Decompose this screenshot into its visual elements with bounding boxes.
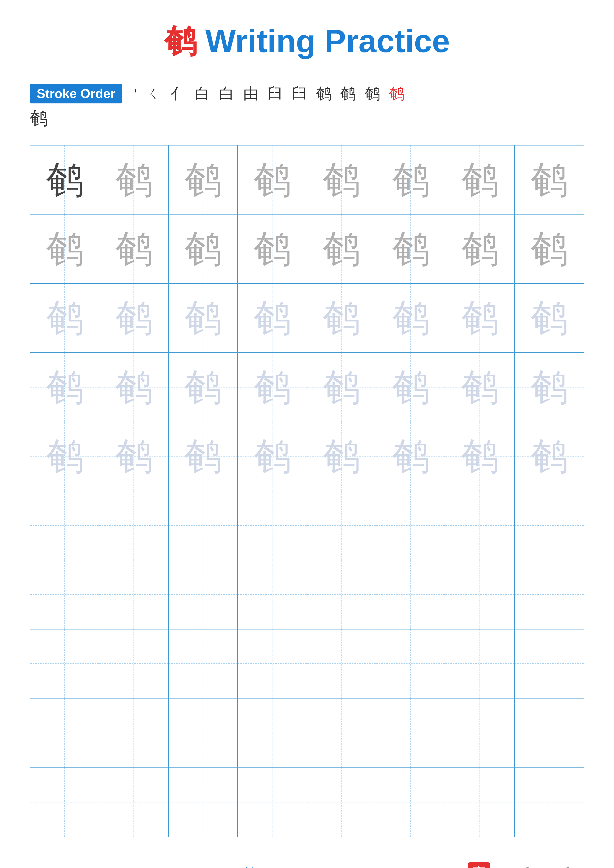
grid-cell[interactable] <box>307 491 376 560</box>
grid-cell[interactable] <box>445 629 515 699</box>
grid-cell[interactable] <box>307 629 376 699</box>
grid-row-9 <box>30 699 584 767</box>
grid-row-1: 鹌 鹌 鹌 鹌 鹌 鹌 鹌 鹌 <box>30 146 584 214</box>
grid-cell[interactable] <box>307 699 376 767</box>
practice-char: 鹌 <box>392 230 429 268</box>
stroke-step-6: 由 <box>243 83 259 104</box>
grid-row-5: 鹌 鹌 鹌 鹌 鹌 鹌 鹌 鹌 <box>30 422 584 491</box>
grid-cell[interactable] <box>445 491 515 560</box>
grid-cell[interactable]: 鹌 <box>445 214 515 284</box>
practice-char: 鹌 <box>461 438 498 475</box>
grid-cell[interactable] <box>307 767 376 837</box>
grid-cell[interactable]: 鹌 <box>99 214 168 284</box>
grid-cell[interactable]: 鹌 <box>445 284 515 353</box>
grid-cell[interactable]: 鹌 <box>238 284 307 353</box>
grid-cell[interactable]: 鹌 <box>30 146 99 214</box>
grid-cell[interactable] <box>376 491 445 560</box>
grid-cell[interactable] <box>376 629 445 699</box>
stroke-step-2: ㄑ <box>146 83 162 104</box>
grid-cell[interactable] <box>99 699 168 767</box>
grid-cell[interactable] <box>376 767 445 837</box>
grid-cell[interactable] <box>99 767 168 837</box>
grid-cell[interactable]: 鹌 <box>307 214 376 284</box>
grid-cell[interactable]: 鹌 <box>30 214 99 284</box>
grid-cell[interactable]: 鹌 <box>169 284 238 353</box>
grid-cell[interactable] <box>515 560 584 629</box>
grid-cell[interactable] <box>515 629 584 699</box>
grid-cell[interactable]: 鹌 <box>99 422 168 491</box>
grid-cell[interactable]: 鹌 <box>169 422 238 491</box>
grid-cell[interactable] <box>169 767 238 837</box>
grid-cell[interactable] <box>515 491 584 560</box>
grid-row-6 <box>30 491 584 560</box>
grid-cell[interactable] <box>30 491 99 560</box>
grid-cell[interactable]: 鹌 <box>169 214 238 284</box>
stroke-final-char: 鹌 <box>30 106 48 130</box>
grid-cell[interactable] <box>376 560 445 629</box>
grid-cell[interactable] <box>30 699 99 767</box>
grid-cell[interactable]: 鹌 <box>376 146 445 214</box>
stroke-step-1: ' <box>134 85 137 102</box>
grid-cell[interactable]: 鹌 <box>30 353 99 422</box>
practice-char: 鹌 <box>184 369 221 406</box>
grid-cell[interactable] <box>169 699 238 767</box>
grid-cell[interactable]: 鹌 <box>30 422 99 491</box>
grid-cell[interactable]: 鹌 <box>30 284 99 353</box>
stroke-step-7: 臼 <box>267 83 283 104</box>
grid-cell[interactable] <box>376 699 445 767</box>
grid-cell[interactable]: 鹌 <box>445 353 515 422</box>
grid-cell[interactable] <box>238 699 307 767</box>
grid-cell[interactable] <box>515 699 584 767</box>
grid-cell[interactable]: 鹌 <box>238 353 307 422</box>
practice-char: 鹌 <box>461 230 498 268</box>
stroke-step-9: 鹌 <box>316 83 331 104</box>
grid-cell[interactable]: 鹌 <box>515 284 584 353</box>
practice-char: 鹌 <box>46 369 83 406</box>
grid-cell[interactable]: 鹌 <box>238 214 307 284</box>
grid-cell[interactable]: 鹌 <box>307 284 376 353</box>
grid-cell[interactable]: 鹌 <box>99 353 168 422</box>
grid-cell[interactable]: 鹌 <box>515 214 584 284</box>
grid-cell[interactable]: 鹌 <box>515 422 584 491</box>
grid-cell[interactable]: 鹌 <box>238 146 307 214</box>
grid-cell[interactable]: 鹌 <box>445 422 515 491</box>
grid-cell[interactable]: 鹌 <box>169 146 238 214</box>
grid-cell[interactable]: 鹌 <box>376 284 445 353</box>
grid-cell[interactable] <box>99 491 168 560</box>
grid-cell[interactable] <box>238 629 307 699</box>
grid-cell[interactable]: 鹌 <box>376 422 445 491</box>
practice-char: 鹌 <box>323 299 360 336</box>
grid-cell[interactable]: 鹌 <box>307 422 376 491</box>
grid-cell[interactable] <box>169 560 238 629</box>
grid-cell[interactable] <box>238 491 307 560</box>
grid-cell[interactable] <box>99 560 168 629</box>
grid-cell[interactable] <box>445 767 515 837</box>
grid-cell[interactable]: 鹌 <box>307 353 376 422</box>
grid-cell[interactable]: 鹌 <box>99 146 168 214</box>
grid-cell[interactable] <box>238 767 307 837</box>
grid-cell[interactable]: 鹌 <box>376 214 445 284</box>
practice-char: 鹌 <box>392 369 429 406</box>
grid-cell[interactable] <box>445 699 515 767</box>
grid-cell[interactable] <box>445 560 515 629</box>
grid-cell[interactable] <box>30 767 99 837</box>
grid-cell[interactable]: 鹌 <box>99 284 168 353</box>
grid-cell[interactable] <box>99 629 168 699</box>
grid-cell[interactable] <box>30 560 99 629</box>
footer-logo-icon: 字 <box>468 862 490 868</box>
grid-cell[interactable]: 鹌 <box>307 146 376 214</box>
grid-row-8 <box>30 629 584 699</box>
grid-cell[interactable] <box>169 491 238 560</box>
grid-cell[interactable] <box>307 560 376 629</box>
grid-cell[interactable]: 鹌 <box>515 353 584 422</box>
grid-cell[interactable] <box>515 767 584 837</box>
grid-cell[interactable]: 鹌 <box>169 353 238 422</box>
grid-cell[interactable]: 鹌 <box>376 353 445 422</box>
grid-cell[interactable]: 鹌 <box>515 146 584 214</box>
grid-cell[interactable] <box>169 629 238 699</box>
grid-cell[interactable] <box>238 560 307 629</box>
grid-cell[interactable] <box>30 629 99 699</box>
grid-cell[interactable]: 鹌 <box>445 146 515 214</box>
footer-url[interactable]: https://www.strokeorder.com/chinese/鹌 <box>30 865 256 868</box>
grid-cell[interactable]: 鹌 <box>238 422 307 491</box>
